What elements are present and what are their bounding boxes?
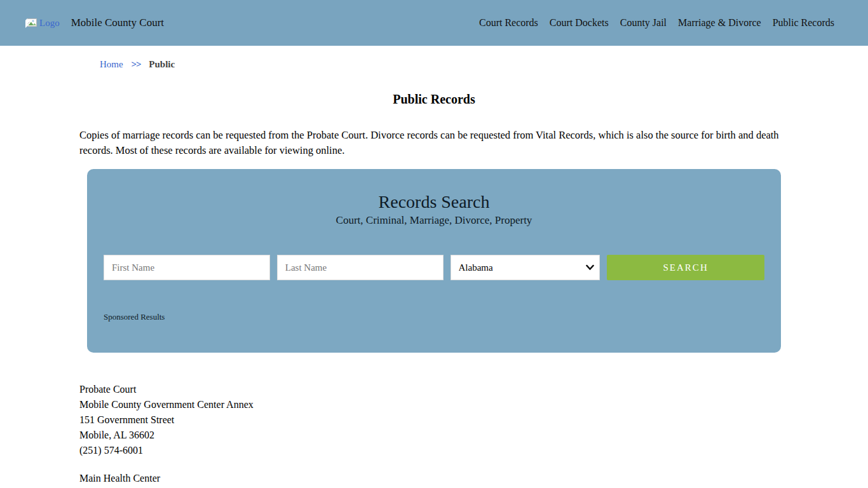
breadcrumb-home-link[interactable]: Home bbox=[100, 59, 123, 69]
search-panel-title: Records Search bbox=[104, 192, 764, 212]
address-line: Mobile County Government Center Annex bbox=[79, 397, 789, 412]
health-center-address: Main Health Center bbox=[79, 471, 789, 486]
nav-court-records[interactable]: Court Records bbox=[479, 17, 538, 29]
address-line: Main Health Center bbox=[79, 471, 789, 486]
main-nav: Court Records Court Dockets County Jail … bbox=[479, 17, 834, 29]
search-panel-subtitle: Court, Criminal, Marriage, Divorce, Prop… bbox=[104, 214, 764, 227]
nav-court-dockets[interactable]: Court Dockets bbox=[550, 17, 609, 29]
intro-paragraph: Copies of marriage records can be reques… bbox=[79, 128, 789, 158]
last-name-input[interactable] bbox=[277, 255, 444, 280]
address-line: Probate Court bbox=[79, 382, 789, 397]
site-title: Mobile County Court bbox=[71, 17, 164, 29]
address-line: 151 Government Street bbox=[79, 412, 789, 428]
nav-marriage-divorce[interactable]: Marriage & Divorce bbox=[678, 17, 761, 29]
sponsored-results-label: Sponsored Results bbox=[104, 312, 764, 322]
breadcrumb: Home >> Public bbox=[79, 58, 789, 71]
first-name-input[interactable] bbox=[104, 255, 270, 280]
broken-image-icon bbox=[25, 18, 37, 28]
address-line: Mobile, AL 36602 bbox=[79, 428, 789, 443]
probate-court-address: Probate Court Mobile County Government C… bbox=[79, 382, 789, 458]
state-select[interactable]: Alabama bbox=[451, 255, 600, 280]
search-button[interactable]: SEARCH bbox=[607, 255, 764, 280]
header: Logo Mobile County Court Court Records C… bbox=[0, 0, 868, 46]
nav-county-jail[interactable]: County Jail bbox=[620, 17, 667, 29]
logo-alt-text: Logo bbox=[39, 18, 60, 29]
breadcrumb-separator: >> bbox=[131, 59, 140, 69]
main-content: Home >> Public Public Records Copies of … bbox=[79, 58, 789, 486]
address-line: (251) 574-6001 bbox=[79, 443, 789, 458]
search-form: Alabama SEARCH bbox=[104, 255, 764, 280]
state-select-wrap: Alabama bbox=[451, 255, 600, 280]
site-logo-link[interactable]: Logo bbox=[25, 18, 60, 29]
nav-public-records[interactable]: Public Records bbox=[773, 17, 834, 29]
breadcrumb-current: Public bbox=[149, 59, 175, 69]
records-search-panel: Records Search Court, Criminal, Marriage… bbox=[87, 169, 781, 353]
page-title: Public Records bbox=[79, 92, 789, 107]
